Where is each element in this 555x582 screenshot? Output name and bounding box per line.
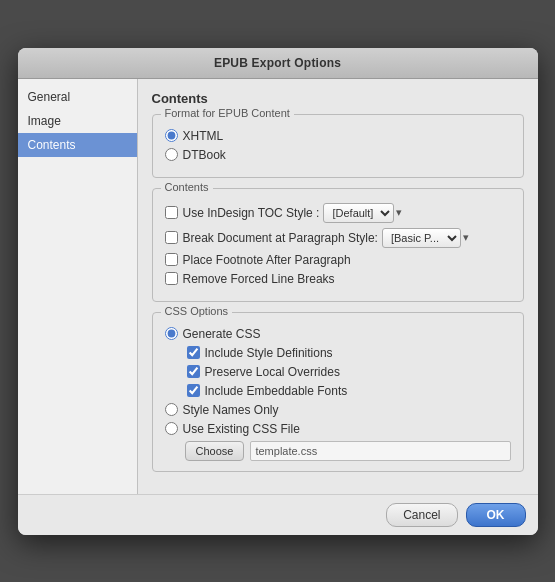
use-existing-css-label: Use Existing CSS File — [183, 422, 300, 436]
include-embeddable-fonts-row: Include Embeddable Fonts — [187, 384, 511, 398]
css-group-label: CSS Options — [161, 305, 233, 317]
xhtml-label: XHTML — [183, 129, 224, 143]
format-group-label: Format for EPUB Content — [161, 107, 294, 119]
paragraph-style-dropdown[interactable]: [Basic P... — [382, 228, 461, 248]
choose-button[interactable]: Choose — [185, 441, 245, 461]
sidebar-item-image[interactable]: Image — [18, 109, 137, 133]
preserve-local-overrides-row: Preserve Local Overrides — [187, 365, 511, 379]
use-indesign-toc-row: Use InDesign TOC Style : [Default] ▾ — [165, 203, 511, 223]
format-group: Format for EPUB Content XHTML DTBook — [152, 114, 524, 178]
break-document-checkbox[interactable] — [165, 231, 178, 244]
contents-group-label: Contents — [161, 181, 213, 193]
use-indesign-toc-label: Use InDesign TOC Style : — [183, 206, 320, 220]
preserve-local-overrides-checkbox[interactable] — [187, 365, 200, 378]
page-title: Contents — [152, 91, 524, 106]
use-existing-css-radio[interactable] — [165, 422, 178, 435]
generate-css-row: Generate CSS — [165, 327, 511, 341]
place-footnote-row: Place Footnote After Paragraph — [165, 253, 511, 267]
sidebar: General Image Contents — [18, 79, 138, 494]
break-document-row: Break Document at Paragraph Style: [Basi… — [165, 228, 511, 248]
para-dropdown-arrow: ▾ — [463, 231, 469, 244]
sidebar-item-general[interactable]: General — [18, 85, 137, 109]
include-style-defs-checkbox[interactable] — [187, 346, 200, 359]
dtbook-radio-row: DTBook — [165, 148, 511, 162]
include-embeddable-fonts-label: Include Embeddable Fonts — [205, 384, 348, 398]
toc-style-dropdown[interactable]: [Default] — [323, 203, 394, 223]
cancel-button[interactable]: Cancel — [386, 503, 457, 527]
toc-dropdown-arrow: ▾ — [396, 206, 402, 219]
generate-css-label: Generate CSS — [183, 327, 261, 341]
remove-line-breaks-label: Remove Forced Line Breaks — [183, 272, 335, 286]
generate-css-radio[interactable] — [165, 327, 178, 340]
xhtml-radio[interactable] — [165, 129, 178, 142]
dtbook-radio[interactable] — [165, 148, 178, 161]
choose-row: Choose — [185, 441, 511, 461]
css-sub-options: Include Style Definitions Preserve Local… — [187, 346, 511, 398]
break-document-label: Break Document at Paragraph Style: — [183, 231, 378, 245]
include-style-defs-row: Include Style Definitions — [187, 346, 511, 360]
use-indesign-toc-checkbox[interactable] — [165, 206, 178, 219]
dialog-title: EPUB Export Options — [214, 56, 341, 70]
css-options-group: CSS Options Generate CSS Include Style D… — [152, 312, 524, 472]
dialog-body: General Image Contents Contents Format f… — [18, 79, 538, 494]
style-names-only-radio[interactable] — [165, 403, 178, 416]
remove-line-breaks-row: Remove Forced Line Breaks — [165, 272, 511, 286]
dtbook-label: DTBook — [183, 148, 226, 162]
include-embeddable-fonts-checkbox[interactable] — [187, 384, 200, 397]
main-content: Contents Format for EPUB Content XHTML D… — [138, 79, 538, 494]
dialog-footer: Cancel OK — [18, 494, 538, 535]
xhtml-radio-row: XHTML — [165, 129, 511, 143]
sidebar-item-contents[interactable]: Contents — [18, 133, 137, 157]
dialog: EPUB Export Options General Image Conten… — [18, 48, 538, 535]
place-footnote-checkbox[interactable] — [165, 253, 178, 266]
css-file-input[interactable] — [250, 441, 510, 461]
place-footnote-label: Place Footnote After Paragraph — [183, 253, 351, 267]
include-style-defs-label: Include Style Definitions — [205, 346, 333, 360]
style-names-only-label: Style Names Only — [183, 403, 279, 417]
remove-line-breaks-checkbox[interactable] — [165, 272, 178, 285]
preserve-local-overrides-label: Preserve Local Overrides — [205, 365, 340, 379]
style-names-only-row: Style Names Only — [165, 403, 511, 417]
ok-button[interactable]: OK — [466, 503, 526, 527]
contents-group: Contents Use InDesign TOC Style : [Defau… — [152, 188, 524, 302]
use-existing-css-row: Use Existing CSS File — [165, 422, 511, 436]
title-bar: EPUB Export Options — [18, 48, 538, 79]
